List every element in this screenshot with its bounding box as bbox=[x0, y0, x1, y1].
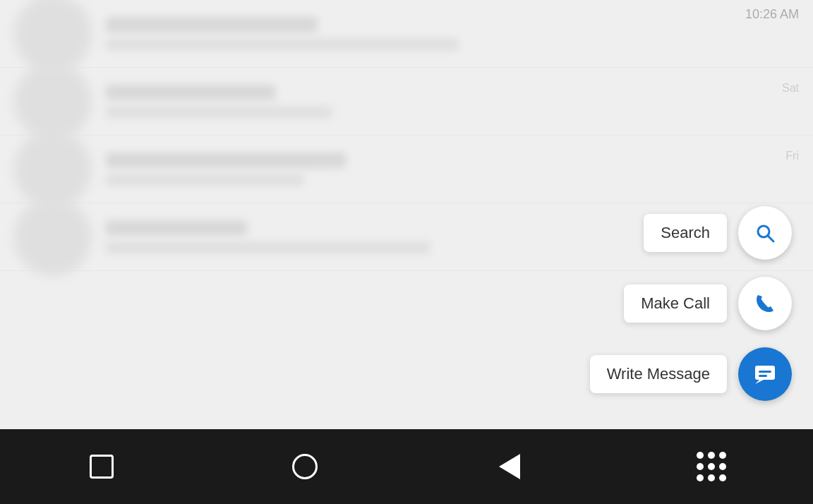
square-icon bbox=[90, 455, 114, 479]
make-call-label[interactable]: Make Call bbox=[624, 284, 727, 323]
conv-name-3 bbox=[106, 152, 346, 168]
navigation-bar bbox=[0, 429, 813, 504]
make-call-fab-button[interactable] bbox=[738, 277, 792, 330]
recent-apps-button[interactable] bbox=[80, 445, 123, 488]
conversation-item-2[interactable]: Sat bbox=[0, 68, 813, 136]
svg-line-1 bbox=[768, 236, 773, 241]
write-message-label[interactable]: Write Message bbox=[590, 355, 727, 393]
svg-rect-5 bbox=[759, 375, 767, 377]
conv-name-4 bbox=[106, 220, 247, 236]
dot-2 bbox=[708, 452, 715, 459]
avatar-3 bbox=[14, 131, 92, 208]
dot-3 bbox=[719, 452, 726, 459]
home-button[interactable] bbox=[284, 445, 326, 488]
search-fab-row: Search bbox=[644, 206, 792, 260]
conversation-text-3 bbox=[106, 152, 778, 186]
dot-1 bbox=[697, 452, 704, 459]
message-icon bbox=[752, 361, 778, 387]
svg-rect-4 bbox=[759, 371, 771, 373]
circle-icon bbox=[292, 454, 318, 479]
dot-9 bbox=[719, 474, 726, 481]
menu-button[interactable] bbox=[690, 445, 733, 488]
dot-6 bbox=[719, 463, 726, 470]
conversation-text-1 bbox=[106, 17, 792, 51]
main-content: 10:26 AM Sat Fri bbox=[0, 0, 813, 429]
conv-preview-3 bbox=[106, 174, 303, 186]
write-message-fab-button[interactable] bbox=[738, 347, 792, 401]
conv-name-2 bbox=[106, 85, 275, 100]
status-bar-time: 10:26 AM bbox=[745, 7, 799, 22]
conv-preview-2 bbox=[106, 106, 332, 119]
write-message-fab-row: Write Message bbox=[590, 347, 792, 401]
avatar-1 bbox=[14, 0, 92, 73]
conv-preview-4 bbox=[106, 241, 430, 254]
search-icon bbox=[754, 222, 776, 244]
dot-7 bbox=[697, 474, 704, 481]
dots-icon bbox=[697, 452, 726, 481]
make-call-fab-row: Make Call bbox=[624, 277, 792, 330]
dot-4 bbox=[697, 463, 704, 470]
avatar-2 bbox=[14, 63, 92, 140]
conv-preview-1 bbox=[106, 38, 459, 51]
conv-name-1 bbox=[106, 17, 318, 32]
search-fab-button[interactable] bbox=[738, 206, 792, 260]
back-button[interactable] bbox=[487, 445, 529, 488]
dot-5 bbox=[708, 463, 715, 470]
dot-8 bbox=[708, 474, 715, 481]
svg-marker-3 bbox=[755, 380, 764, 384]
phone-icon bbox=[754, 292, 776, 315]
search-label[interactable]: Search bbox=[644, 214, 727, 252]
conversation-item-3[interactable]: Fri bbox=[0, 136, 813, 203]
conversation-text-2 bbox=[106, 85, 775, 119]
conv-time-2: Sat bbox=[782, 79, 799, 95]
avatar-4 bbox=[14, 198, 92, 276]
triangle-icon bbox=[499, 454, 520, 479]
conv-time-3: Fri bbox=[785, 147, 799, 162]
fab-menu: Search Make Call Write Message bbox=[590, 206, 792, 401]
conversation-item-1[interactable] bbox=[0, 0, 813, 68]
